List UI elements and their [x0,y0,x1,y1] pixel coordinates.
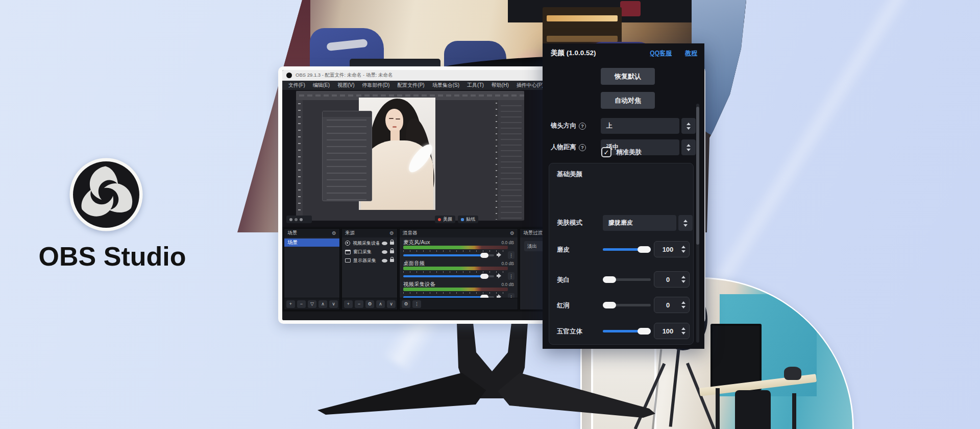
menu-file[interactable]: 文件(F) [288,82,305,89]
menu-tools[interactable]: 工具(T) [467,82,484,89]
whitening-slider[interactable] [603,278,651,281]
beauty-tab-label: 美颜 [443,216,452,223]
meter-ticks [403,250,508,252]
scene-filters-button[interactable]: ▽ [308,300,316,308]
autofocus-button[interactable]: 自动对焦 [601,92,655,109]
mixer-config-button[interactable]: ⚙ [402,300,410,308]
beauty-panel-title: 美颜 (1.0.0.52) [551,49,596,58]
scenes-settings-icon[interactable]: ⚙ [332,230,336,236]
remove-scene-button[interactable]: − [297,300,306,308]
scenes-toolbar: + − ▽ ∧ ∨ [284,298,339,309]
speaker-icon[interactable] [497,252,503,258]
whitening-label: 美白 [557,276,570,284]
mixer-channel-menu-button[interactable]: ⋮ [508,251,514,259]
visibility-icon[interactable] [382,250,387,254]
check-icon: ✓ [604,149,609,156]
volume-slider[interactable] [403,254,494,256]
beauty-tab-button[interactable]: 美颜 [435,216,455,223]
qq-support-link[interactable]: QQ客服 [650,49,672,58]
visibility-icon[interactable] [382,242,387,245]
transition-select-value: 淡出 [527,243,537,250]
skin-mode-label: 美肤模式 [557,219,582,227]
camera-direction-spinner[interactable] [681,118,696,134]
whitening-value: 0 [654,276,681,283]
portrait-eyes [389,118,394,119]
menu-plugin-center[interactable]: 插件中心(P) [517,82,544,89]
help-icon[interactable]: ? [579,144,586,151]
rosy-value: 0 [654,301,681,309]
rosy-label: 红润 [557,301,570,310]
remove-source-button[interactable]: − [355,300,363,308]
visibility-icon[interactable] [382,259,387,263]
sticker-tab-icon [461,218,464,221]
lock-icon[interactable] [390,259,394,262]
obs-titlebar-logo-icon [286,73,292,78]
preview-mini-toolbar[interactable] [286,216,312,223]
skin-mode-spinner[interactable] [678,215,693,231]
scene-item-label: 场景 [287,239,298,246]
source-row[interactable]: 显示器采集 [342,256,397,265]
menu-profile[interactable]: 配置文件(P) [397,82,424,89]
photoshop-right-icon-column [494,100,498,220]
scene-up-button[interactable]: ∧ [318,300,327,308]
contour-label: 五官立体 [557,327,582,336]
mixer-more-button[interactable]: ⋮ [412,300,421,308]
scene-list-item[interactable]: 场景 [284,239,339,247]
scenes-dock-title: 场景 [287,230,297,236]
studio-chair [735,390,771,429]
sticker-tab-button[interactable]: 贴纸 [458,216,478,223]
person-distance-label: 人物距离 ? [551,143,586,152]
mixer-channel-db: 0.0 dB [501,282,514,287]
contour-slider[interactable] [603,330,651,332]
scenes-dock-header: 场景 ⚙ [284,229,339,237]
rosy-value-spinner[interactable]: 0 [654,297,690,313]
mixer-channel-menu-button[interactable]: ⋮ [508,272,514,280]
mixer-channel-label: 麦克风/Aux [403,239,430,246]
add-source-button[interactable]: + [344,300,353,308]
contour-value-spinner[interactable]: 100 [654,323,690,339]
source-row[interactable]: 窗口采集 [342,248,397,256]
volume-slider[interactable] [403,275,494,277]
scene-down-button[interactable]: ∨ [329,300,338,308]
menu-docks[interactable]: 停靠部件(D) [362,82,389,89]
tutorial-link[interactable]: 教程 [685,49,697,58]
source-down-button[interactable]: ∨ [387,300,396,308]
source-properties-button[interactable]: ⚙ [365,300,374,308]
help-icon[interactable]: ? [579,123,586,130]
rosy-slider[interactable] [603,304,651,306]
restore-defaults-button[interactable]: 恢复默认 [601,68,655,85]
basic-beauty-title: 基础美颜 [557,170,582,179]
photo-shelf-glow [547,15,618,21]
lock-icon[interactable] [390,250,394,253]
lock-icon[interactable] [390,242,394,245]
sources-settings-icon[interactable]: ⚙ [389,230,394,236]
audio-meter [403,267,508,270]
person-distance-spinner[interactable] [681,139,696,155]
smoothing-value-spinner[interactable]: 100 [654,241,690,257]
beauty-scrollbar[interactable] [696,104,699,343]
add-scene-button[interactable]: + [286,300,295,308]
photoshop-layers-panel [498,100,524,220]
obs-wordmark: OBS Studio [20,241,204,272]
skin-mode-select[interactable]: 朦胧磨皮 [603,215,676,231]
mixer-dock-title: 混音器 [403,230,418,236]
sources-dock: 来源 ⚙ 视频采集设备 窗口采集 [341,228,398,310]
menu-scene-collection[interactable]: 场景集合(S) [432,82,459,89]
smoothing-value: 100 [654,246,681,253]
mixer-dock-header: 混音器 ⚙ [400,229,518,237]
menu-view[interactable]: 视图(V) [337,82,354,89]
portrait-face [385,109,403,132]
speaker-icon[interactable] [497,273,503,279]
mixer-settings-icon[interactable]: ⚙ [510,230,514,236]
menu-edit[interactable]: 编辑(E) [313,82,330,89]
precise-skin-checkbox[interactable]: ✓ [601,147,611,157]
smoothing-slider[interactable] [603,248,651,251]
source-row[interactable]: 视频采集设备 [342,239,397,247]
camera-direction-select[interactable]: 上 [601,118,679,134]
whitening-value-spinner[interactable]: 0 [654,271,690,288]
sources-dock-header: 来源 ⚙ [342,229,397,237]
source-up-button[interactable]: ∧ [376,300,385,308]
obs-logo [69,157,143,232]
source-label: 显示器采集 [353,257,379,264]
menu-help[interactable]: 帮助(H) [492,82,509,89]
